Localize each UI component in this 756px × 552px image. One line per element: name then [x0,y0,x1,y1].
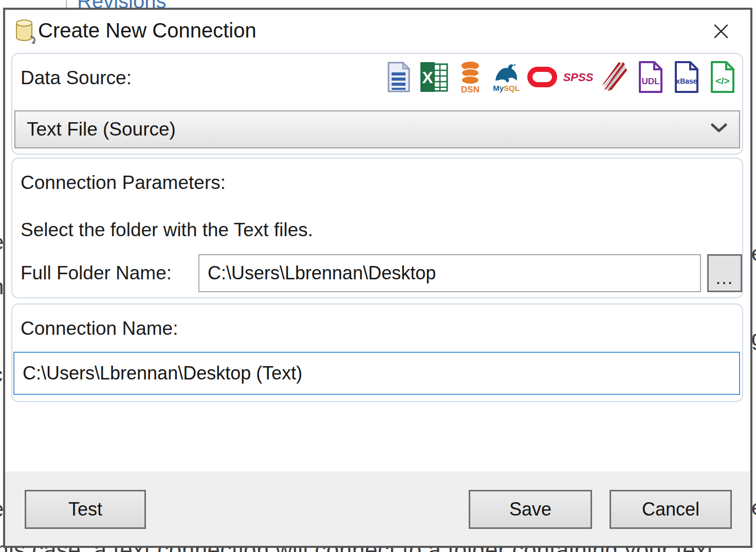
chevron-down-icon [710,123,728,136]
oracle-icon[interactable] [527,60,557,94]
create-connection-dialog: Create New Connection Data Source: [3,8,752,548]
save-button[interactable]: Save [469,490,592,529]
data-source-dropdown[interactable]: Text File (Source) [14,110,740,148]
xml-icon[interactable]: </> [707,60,737,94]
screen: Revisions his case, a text connection wi… [0,0,756,552]
udl-icon[interactable]: UDL [635,60,665,94]
connection-parameters-group: Connection Parameters: Select the folder… [11,158,743,298]
data-source-icon-row: X DSN MySQL [383,60,737,94]
database-connection-icon [13,18,37,46]
svg-text:UDL: UDL [642,77,660,86]
sql-server-icon[interactable] [599,60,629,94]
full-folder-name-input[interactable] [198,254,701,292]
spss-icon[interactable]: SPSS [563,60,593,94]
mysql-icon[interactable]: MySQL [491,60,521,94]
full-folder-name-label: Full Folder Name: [21,262,172,284]
text-file-icon[interactable] [383,60,413,94]
dialog-footer: Test Save Cancel [5,471,750,546]
svg-text:SPSS: SPSS [563,71,593,84]
background-divider-line [66,0,67,8]
svg-text:DSN: DSN [461,85,480,94]
connection-name-input[interactable] [13,352,740,395]
excel-icon[interactable]: X [419,60,449,94]
data-source-group: Data Source: [11,53,743,155]
svg-text:X: X [422,68,433,87]
browse-button[interactable]: ... [707,254,742,292]
folder-instruction-text: Select the folder with the Text files. [21,219,313,241]
cancel-button[interactable]: Cancel [610,490,732,529]
xbase-icon[interactable]: xBase [671,60,701,94]
close-icon[interactable] [711,21,731,42]
connection-name-group: Connection Name: [11,303,743,402]
svg-text:</>: </> [715,75,729,86]
data-source-label: Data Source: [21,67,132,89]
connection-parameters-heading: Connection Parameters: [21,172,226,194]
svg-text:MySQL: MySQL [493,84,520,92]
test-button[interactable]: Test [25,490,146,529]
data-source-selected-value: Text File (Source) [27,119,710,140]
dialog-title: Create New Connection [38,19,256,42]
dsn-icon[interactable]: DSN [455,60,485,94]
connection-name-label: Connection Name: [21,318,178,339]
svg-text:xBase: xBase [676,77,697,85]
